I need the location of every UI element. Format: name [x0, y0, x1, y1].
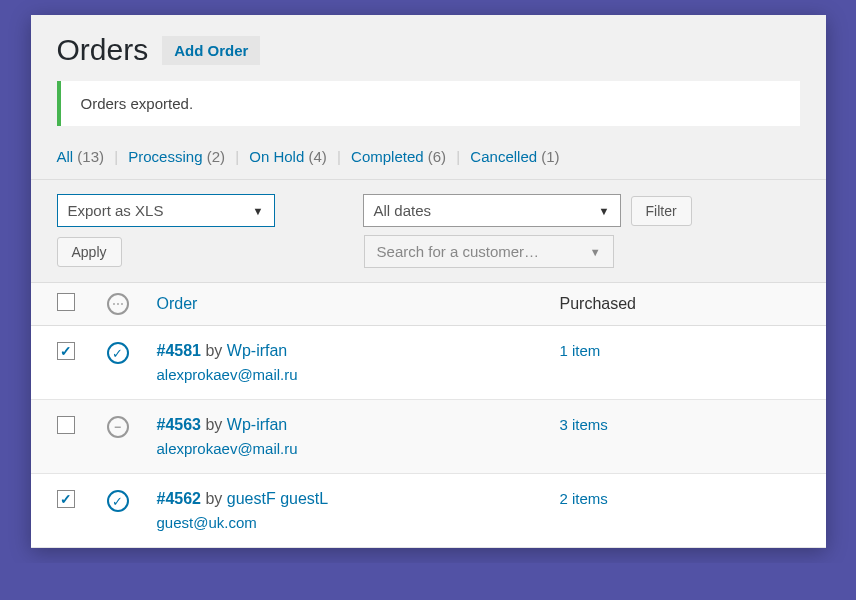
- orders-table: Order Purchased #4581 by Wp-irfan alexpr…: [31, 282, 826, 548]
- apply-controls: Apply Search for a customer… ▼: [31, 227, 826, 282]
- notice-message: Orders exported.: [57, 81, 800, 126]
- order-id-link[interactable]: #4563: [157, 416, 202, 433]
- caret-down-icon: ▼: [599, 205, 610, 217]
- order-email-link[interactable]: alexprokaev@mail.ru: [157, 366, 560, 383]
- order-id-link[interactable]: #4581: [157, 342, 202, 359]
- order-email-link[interactable]: alexprokaev@mail.ru: [157, 440, 560, 457]
- column-order[interactable]: Order: [157, 295, 560, 313]
- column-purchased: Purchased: [560, 295, 800, 313]
- table-header: Order Purchased: [31, 282, 826, 326]
- status-filters: All (13) | Processing (2) | On Hold (4) …: [31, 138, 826, 180]
- order-customer-link[interactable]: Wp-irfan: [227, 416, 287, 433]
- order-customer-link[interactable]: Wp-irfan: [227, 342, 287, 359]
- order-by-text: by: [201, 490, 227, 507]
- order-email-link[interactable]: guest@uk.com: [157, 514, 560, 531]
- status-icon: [107, 416, 129, 438]
- export-select-label: Export as XLS: [68, 202, 164, 219]
- filter-onhold-count: (4): [308, 148, 326, 165]
- page-header: Orders Add Order: [31, 15, 826, 81]
- filter-all[interactable]: All: [57, 148, 74, 165]
- filter-completed[interactable]: Completed: [351, 148, 424, 165]
- table-row: #4563 by Wp-irfan alexprokaev@mail.ru 3 …: [31, 400, 826, 474]
- customer-search-placeholder: Search for a customer…: [377, 243, 540, 260]
- order-customer-link[interactable]: guestF guestL: [227, 490, 328, 507]
- bulk-controls: Export as XLS ▼ All dates ▼ Filter: [31, 180, 826, 227]
- export-select[interactable]: Export as XLS ▼: [57, 194, 275, 227]
- row-checkbox[interactable]: [57, 416, 75, 434]
- orders-panel: Orders Add Order Orders exported. All (1…: [31, 15, 826, 548]
- purchased-link[interactable]: 2 items: [560, 490, 608, 507]
- filter-processing-count: (2): [207, 148, 225, 165]
- caret-down-icon: ▼: [253, 205, 264, 217]
- table-row: #4581 by Wp-irfan alexprokaev@mail.ru 1 …: [31, 326, 826, 400]
- filter-onhold[interactable]: On Hold: [249, 148, 304, 165]
- purchased-link[interactable]: 1 item: [560, 342, 601, 359]
- dates-select[interactable]: All dates ▼: [363, 194, 621, 227]
- status-icon: [107, 490, 129, 512]
- filter-all-count: (13): [77, 148, 104, 165]
- filter-completed-count: (6): [428, 148, 446, 165]
- dates-select-label: All dates: [374, 202, 432, 219]
- filter-button[interactable]: Filter: [631, 196, 692, 226]
- customer-search-select[interactable]: Search for a customer… ▼: [364, 235, 614, 268]
- row-checkbox[interactable]: [57, 490, 75, 508]
- select-all-checkbox[interactable]: [57, 293, 75, 311]
- row-checkbox[interactable]: [57, 342, 75, 360]
- order-by-text: by: [201, 342, 227, 359]
- order-by-text: by: [201, 416, 227, 433]
- status-icon: [107, 342, 129, 364]
- add-order-button[interactable]: Add Order: [162, 36, 260, 65]
- filter-cancelled-count: (1): [541, 148, 559, 165]
- table-row: #4562 by guestF guestL guest@uk.com 2 it…: [31, 474, 826, 548]
- filter-cancelled[interactable]: Cancelled: [470, 148, 537, 165]
- apply-button[interactable]: Apply: [57, 237, 122, 267]
- filter-processing[interactable]: Processing: [128, 148, 202, 165]
- status-column-icon: [107, 293, 129, 315]
- purchased-link[interactable]: 3 items: [560, 416, 608, 433]
- caret-down-icon: ▼: [590, 246, 601, 258]
- page-title: Orders: [57, 33, 149, 67]
- order-id-link[interactable]: #4562: [157, 490, 202, 507]
